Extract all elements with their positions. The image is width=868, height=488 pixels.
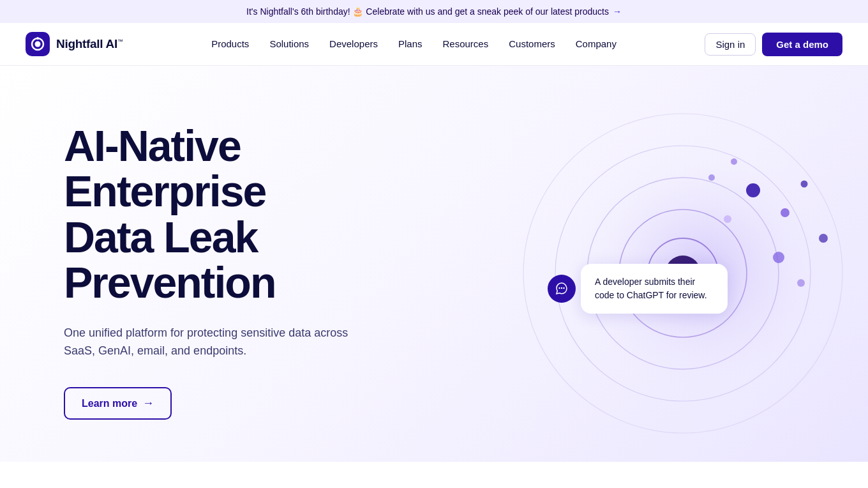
hero-visual: A developer submits their code to ChatGP… (447, 66, 868, 462)
nav-developers[interactable]: Developers (320, 33, 387, 54)
svg-point-20 (558, 287, 560, 289)
svg-point-12 (731, 158, 737, 165)
main-nav: Nightfall AI™ Products Solutions Develop… (0, 23, 868, 66)
svg-point-10 (746, 183, 760, 197)
nav-products[interactable]: Products (202, 33, 258, 54)
nav-resources[interactable]: Resources (434, 33, 498, 54)
announcement-link[interactable]: → (613, 6, 622, 17)
logo-link[interactable]: Nightfall AI™ (26, 32, 123, 56)
trusted-section: Trusted by the most innovative organizat… (0, 462, 868, 488)
svg-point-21 (561, 287, 562, 289)
svg-point-15 (797, 279, 805, 287)
arrow-right-icon: → (142, 397, 154, 410)
svg-point-8 (648, 238, 718, 309)
hero-section: AI-Native Enterprise Data Leak Preventio… (0, 66, 868, 462)
announcement-bar: It's Nightfall's 6th birthday! 🎂 Celebra… (0, 0, 868, 23)
svg-point-18 (708, 174, 715, 181)
nav-links-list: Products Solutions Developers Plans Reso… (202, 38, 625, 50)
svg-point-3 (36, 37, 39, 40)
svg-point-11 (781, 208, 789, 217)
chat-bubble: A developer submits their code to ChatGP… (581, 264, 728, 314)
svg-point-9 (665, 255, 701, 291)
svg-point-13 (801, 181, 808, 188)
logo-name: Nightfall AI™ (56, 37, 123, 51)
radar-graphic (485, 85, 868, 455)
nav-actions: Sign in Get a demo (705, 33, 842, 56)
svg-point-6 (587, 178, 779, 369)
svg-point-19 (562, 136, 842, 404)
nav-solutions[interactable]: Solutions (260, 33, 318, 54)
nav-plans[interactable]: Plans (389, 33, 431, 54)
svg-point-16 (819, 234, 828, 243)
get-demo-button[interactable]: Get a demo (762, 33, 842, 56)
svg-point-14 (773, 252, 784, 263)
announcement-text: It's Nightfall's 6th birthday! 🎂 Celebra… (246, 6, 609, 17)
svg-point-5 (555, 146, 811, 401)
nightfall-logo-icon (26, 32, 50, 56)
chat-bubble-text: A developer submits their code to ChatGP… (595, 277, 707, 300)
chatgpt-icon (553, 280, 570, 297)
svg-point-17 (724, 215, 731, 223)
learn-more-button[interactable]: Learn more → (64, 387, 172, 420)
hero-content: AI-Native Enterprise Data Leak Preventio… (64, 111, 421, 420)
sign-in-button[interactable]: Sign in (705, 33, 756, 56)
svg-point-7 (619, 210, 747, 337)
svg-point-2 (35, 42, 41, 47)
svg-point-22 (563, 287, 564, 289)
chat-avatar (548, 275, 576, 303)
nav-customers[interactable]: Customers (500, 33, 564, 54)
nav-company[interactable]: Company (567, 33, 625, 54)
svg-point-4 (523, 114, 842, 433)
hero-subtitle: One unified platform for protecting sens… (64, 324, 370, 361)
hero-title: AI-Native Enterprise Data Leak Preventio… (64, 123, 421, 306)
